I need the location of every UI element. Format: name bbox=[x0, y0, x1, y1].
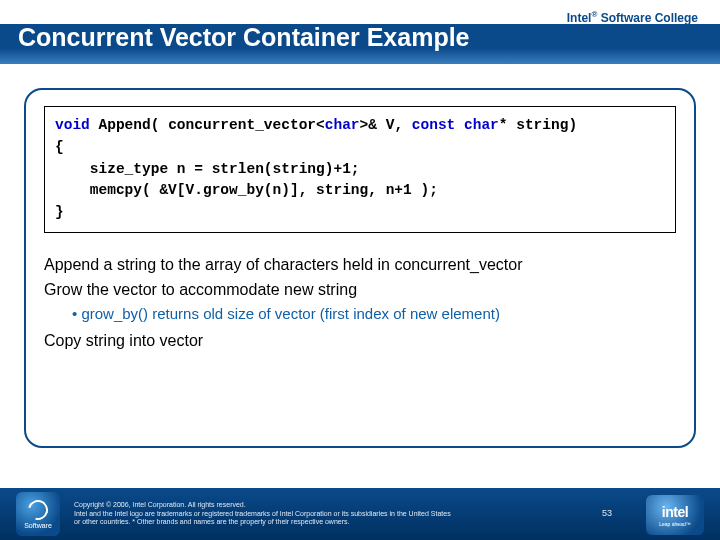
code-kw-char: char bbox=[325, 117, 360, 133]
badge-text: Software bbox=[24, 522, 52, 529]
page-number: 53 bbox=[602, 508, 612, 518]
code-kw-void: void bbox=[55, 117, 90, 133]
code-line: memcpy( &V[V.grow_by(n)], string, n+1 ); bbox=[55, 182, 438, 198]
footer-legal-1: Intel and the Intel logo are trademarks … bbox=[74, 510, 451, 518]
code-seg: >& V, bbox=[360, 117, 412, 133]
brand-prefix: Intel bbox=[567, 11, 592, 25]
intel-logo-icon: intel Leap ahead™ bbox=[646, 495, 704, 535]
desc-bullet-1: grow_by() returns old size of vector (fi… bbox=[72, 303, 676, 325]
title-bar: Concurrent Vector Container Example bbox=[0, 24, 720, 64]
code-seg: * string) bbox=[499, 117, 577, 133]
desc-line-1: Append a string to the array of characte… bbox=[44, 253, 676, 276]
footer-copyright: Copyright © 2006, Intel Corporation. All… bbox=[74, 501, 451, 509]
content-box: void Append( concurrent_vector<char>& V,… bbox=[24, 88, 696, 448]
code-block: void Append( concurrent_vector<char>& V,… bbox=[44, 106, 676, 233]
code-seg: Append( concurrent_vector< bbox=[90, 117, 325, 133]
swirl-icon bbox=[24, 496, 51, 523]
description: Append a string to the array of characte… bbox=[44, 253, 676, 352]
footer-legal: Copyright © 2006, Intel Corporation. All… bbox=[74, 501, 451, 526]
intel-software-badge-icon: Software bbox=[16, 492, 60, 536]
footer-legal-2: or other countries. * Other brands and n… bbox=[74, 518, 451, 526]
slide-title: Concurrent Vector Container Example bbox=[0, 22, 470, 52]
slide: Intel® Software College Concurrent Vecto… bbox=[0, 0, 720, 540]
code-line: { bbox=[55, 139, 64, 155]
intel-tagline: Leap ahead™ bbox=[659, 521, 690, 527]
desc-line-3: Copy string into vector bbox=[44, 329, 676, 352]
footer: Software Copyright © 2006, Intel Corpora… bbox=[0, 488, 720, 540]
code-line: size_type n = strlen(string)+1; bbox=[55, 161, 360, 177]
desc-line-2: Grow the vector to accommodate new strin… bbox=[44, 278, 676, 301]
intel-word: intel bbox=[662, 504, 688, 520]
code-line: } bbox=[55, 204, 64, 220]
brand-suffix: Software College bbox=[597, 11, 698, 25]
code-kw-constchar: const char bbox=[412, 117, 499, 133]
brand-label: Intel® Software College bbox=[567, 10, 698, 25]
